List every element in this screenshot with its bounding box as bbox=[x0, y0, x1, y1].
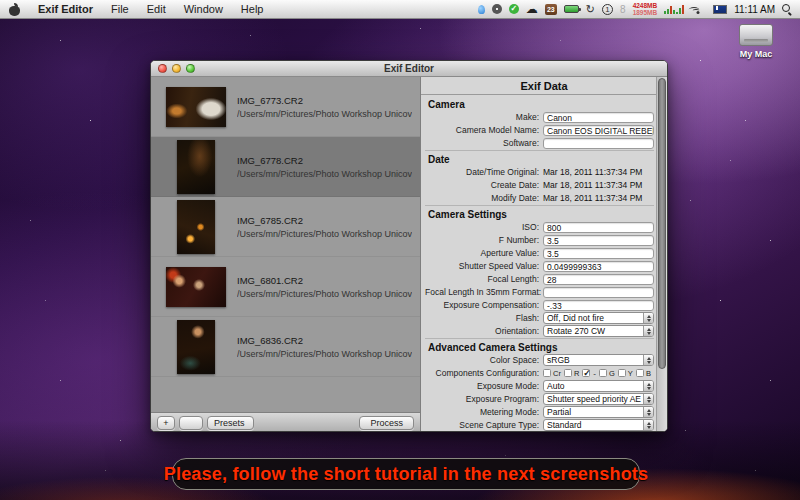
text-field[interactable]: 28 bbox=[543, 274, 654, 285]
file-list-item[interactable]: IMG_6801.CR2/Users/mn/Pictures/Photo Wor… bbox=[151, 257, 420, 317]
dropdown-field[interactable]: Partial bbox=[543, 406, 654, 418]
file-list-item[interactable]: IMG_6778.CR2/Users/mn/Pictures/Photo Wor… bbox=[151, 137, 420, 197]
thumbnail-cell bbox=[163, 267, 229, 307]
input-language-flag-icon[interactable] bbox=[713, 5, 727, 14]
close-button[interactable] bbox=[158, 64, 167, 73]
stepper-icon[interactable] bbox=[643, 313, 653, 323]
stepper-icon[interactable] bbox=[643, 407, 653, 417]
clock-1-icon[interactable]: 1 bbox=[602, 4, 613, 15]
memory-usage-indicator[interactable]: 4248MB 1895MB bbox=[633, 2, 658, 16]
text-field[interactable]: 0.0499999363 bbox=[543, 261, 654, 272]
battery-icon[interactable] bbox=[564, 5, 579, 13]
text-field[interactable]: 3.5 bbox=[543, 248, 654, 259]
dropdown-value: Off, Did not fire bbox=[544, 313, 643, 323]
field-control: Off, Did not fire bbox=[543, 312, 654, 324]
text-field[interactable] bbox=[543, 138, 654, 149]
checkbox-y[interactable] bbox=[618, 369, 626, 377]
exif-field-row: Scene Capture Type:Standard bbox=[425, 419, 654, 431]
checkbox-cr[interactable] bbox=[543, 369, 551, 377]
field-label: Exposure Program: bbox=[425, 394, 543, 404]
menu-bar-clock[interactable]: 11:11 AM bbox=[734, 4, 775, 15]
text-field[interactable]: Canon EOS DIGITAL REBEL XT bbox=[543, 125, 654, 136]
field-control: Shutter speed priority AE bbox=[543, 393, 654, 405]
menu-help[interactable]: Help bbox=[232, 0, 273, 19]
checkbox-checked[interactable] bbox=[582, 369, 590, 377]
cloud-icon[interactable]: ☁ bbox=[526, 4, 538, 14]
menu-edit[interactable]: Edit bbox=[138, 0, 175, 19]
menu-file[interactable]: File bbox=[102, 0, 138, 19]
droplet-icon[interactable] bbox=[478, 5, 485, 14]
file-list-item[interactable]: IMG_6785.CR2/Users/mn/Pictures/Photo Wor… bbox=[151, 197, 420, 257]
field-control: Partial bbox=[543, 406, 654, 418]
zoom-button[interactable] bbox=[186, 64, 195, 73]
memory-used: 4248MB bbox=[633, 2, 658, 9]
dropdown-value: Standard bbox=[544, 420, 643, 430]
stepper-icon[interactable] bbox=[643, 394, 653, 404]
stepper-icon[interactable] bbox=[643, 326, 653, 336]
dropdown-field[interactable]: Auto bbox=[543, 380, 654, 392]
scrollbar-thumb[interactable] bbox=[658, 78, 666, 369]
checkbox-r[interactable] bbox=[564, 369, 572, 377]
checkbox-g[interactable] bbox=[599, 369, 607, 377]
exif-field-row: Components Configuration:CrR-GYBCb bbox=[425, 367, 654, 379]
presets-dropdown-button[interactable]: Presets bbox=[207, 416, 254, 430]
action-gear-button[interactable] bbox=[179, 416, 203, 430]
dropdown-field[interactable]: Off, Did not fire bbox=[543, 312, 654, 324]
dropdown-field[interactable]: Shutter speed priority AE bbox=[543, 393, 654, 405]
menu-exif-editor[interactable]: Exif Editor bbox=[29, 0, 102, 19]
field-label: Camera Model Name: bbox=[425, 125, 543, 135]
vertical-scrollbar[interactable] bbox=[656, 77, 667, 432]
exif-field-row: Shutter Speed Value:0.0499999363 bbox=[425, 260, 654, 272]
checkbox-label: Y bbox=[628, 369, 633, 378]
text-field[interactable] bbox=[543, 287, 654, 298]
tutorial-banner: Please, follow the short tutorial in the… bbox=[172, 458, 640, 490]
exif-field-row: Aperture Value:3.5 bbox=[425, 247, 654, 259]
file-list-item[interactable]: IMG_6836.CR2/Users/mn/Pictures/Photo Wor… bbox=[151, 317, 420, 377]
minimize-button[interactable] bbox=[172, 64, 181, 73]
stepper-icon[interactable] bbox=[643, 420, 653, 430]
section-title-camera-settings: Camera Settings bbox=[425, 205, 654, 221]
menu-bar-status-area: ✓ ☁ 23 ↻ 1 8 4248MB 1895MB 11:11 AM bbox=[478, 2, 800, 16]
process-button[interactable]: Process bbox=[359, 416, 414, 430]
photo-thumbnail bbox=[166, 87, 226, 127]
text-field[interactable]: 800 bbox=[543, 222, 654, 233]
text-field[interactable]: -.33 bbox=[543, 300, 654, 311]
section-title-date: Date bbox=[425, 150, 654, 166]
ghost-8-indicator: 8 bbox=[620, 4, 626, 15]
spotlight-search-icon[interactable] bbox=[782, 4, 792, 14]
exif-field-row: Date/Time Original:Mar 18, 2011 11:37:34… bbox=[425, 166, 654, 178]
checkbox-label: Cr bbox=[553, 369, 561, 378]
exif-field-row: Metering Mode:Partial bbox=[425, 406, 654, 418]
badge-23-icon[interactable]: 23 bbox=[545, 4, 557, 15]
dropdown-field[interactable]: sRGB bbox=[543, 354, 654, 366]
exif-field-row: Focal Length:28 bbox=[425, 273, 654, 285]
window-title-bar[interactable]: Exif Editor bbox=[151, 61, 667, 77]
file-name: IMG_6785.CR2 bbox=[237, 215, 412, 226]
exif-form: CameraMake:CanonCamera Model Name:Canon … bbox=[421, 96, 667, 432]
add-file-button[interactable]: + bbox=[157, 416, 175, 430]
text-field[interactable]: Canon bbox=[543, 112, 654, 123]
file-meta: IMG_6801.CR2/Users/mn/Pictures/Photo Wor… bbox=[237, 275, 412, 299]
stepper-icon[interactable] bbox=[643, 381, 653, 391]
cpu-graph-icon[interactable] bbox=[664, 4, 686, 14]
sync-icon[interactable]: ↻ bbox=[586, 3, 595, 16]
field-control: Mar 18, 2011 11:37:34 PM bbox=[543, 180, 654, 190]
green-check-icon[interactable]: ✓ bbox=[509, 4, 519, 14]
field-label: Focal Length In 35mm Format: bbox=[425, 287, 543, 297]
dropdown-field[interactable]: Rotate 270 CW bbox=[543, 325, 654, 337]
file-list-item[interactable]: IMG_6773.CR2/Users/mn/Pictures/Photo Wor… bbox=[151, 77, 420, 137]
menu-window[interactable]: Window bbox=[175, 0, 232, 19]
wifi-icon[interactable] bbox=[693, 4, 706, 14]
checkbox-b[interactable] bbox=[636, 369, 644, 377]
disc-icon[interactable] bbox=[492, 4, 502, 14]
dropdown-field[interactable]: Standard bbox=[543, 419, 654, 431]
desktop-icon-label: My Mac bbox=[726, 49, 786, 59]
field-control: Mar 18, 2011 11:37:34 PM bbox=[543, 167, 654, 177]
text-field[interactable]: 3.5 bbox=[543, 235, 654, 246]
apple-menu[interactable] bbox=[0, 0, 29, 19]
field-label: Flash: bbox=[425, 313, 543, 323]
exif-field-row: Color Space:sRGB bbox=[425, 354, 654, 366]
desktop-icon-my-mac[interactable]: My Mac bbox=[726, 24, 786, 59]
stepper-icon[interactable] bbox=[643, 355, 653, 365]
apple-logo-icon bbox=[9, 3, 20, 16]
